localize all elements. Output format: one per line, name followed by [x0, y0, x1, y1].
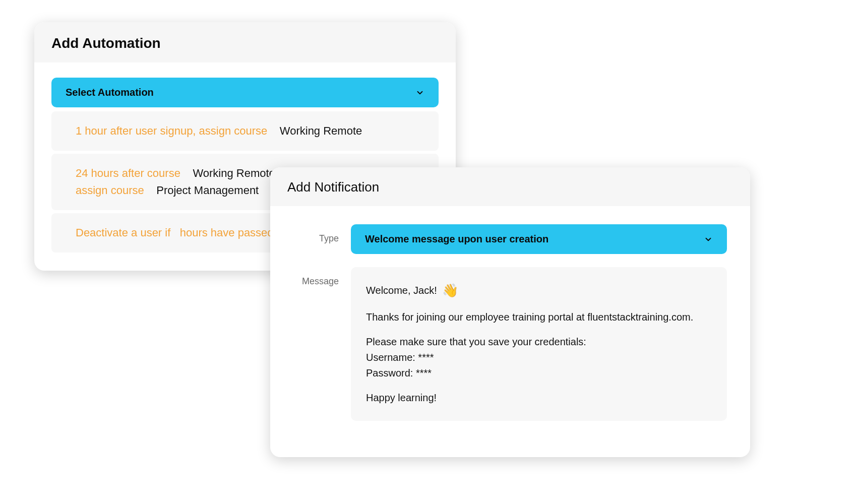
add-notification-card: Add Notification Type Welcome message up… [270, 167, 750, 457]
automation-rule-text: Deactivate a user if [76, 226, 170, 239]
select-automation-dropdown[interactable]: Select Automation [51, 78, 439, 107]
type-label: Type [293, 224, 351, 244]
notification-type-value: Welcome message upon user creation [365, 233, 548, 245]
message-thanks: Thanks for joining our employee training… [366, 309, 712, 325]
notification-title: Add Notification [270, 167, 750, 206]
automation-rule-value: Project Management [156, 184, 259, 197]
chevron-down-icon [704, 235, 713, 244]
waving-hand-icon: 👋 [442, 280, 458, 300]
message-closing: Happy learning! [366, 390, 712, 406]
type-row: Type Welcome message upon user creation [293, 224, 727, 254]
message-creds-intro: Please make sure that you save your cred… [366, 334, 712, 350]
chevron-down-icon [415, 88, 424, 97]
notification-type-dropdown[interactable]: Welcome message upon user creation [351, 224, 727, 254]
automation-rule-text: assign course [76, 184, 144, 197]
message-label: Message [293, 267, 351, 287]
automation-rule-text: 1 hour after user signup, assign course [76, 124, 267, 137]
message-row: Message Welcome, Jack! 👋 Thanks for join… [293, 267, 727, 421]
message-greeting: Welcome, Jack! [366, 283, 437, 298]
message-password: Password: **** [366, 365, 712, 381]
message-textarea[interactable]: Welcome, Jack! 👋 Thanks for joining our … [351, 267, 727, 421]
automation-title: Add Automation [34, 22, 456, 62]
select-automation-label: Select Automation [66, 87, 154, 98]
message-username: Username: **** [366, 350, 712, 365]
automation-rule-text: 24 hours after course [76, 167, 180, 179]
notification-body: Type Welcome message upon user creation … [270, 206, 750, 457]
automation-rule-value: Working Remote [280, 124, 362, 137]
automation-rule-value: Working Remote [193, 167, 275, 179]
automation-rule-text: hours have passed [180, 226, 274, 239]
automation-row[interactable]: 1 hour after user signup, assign course … [51, 111, 439, 151]
